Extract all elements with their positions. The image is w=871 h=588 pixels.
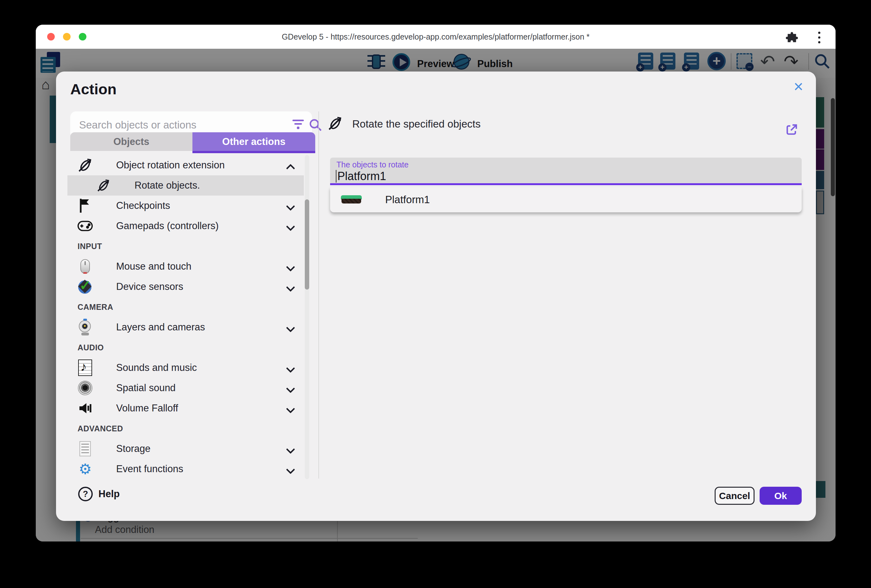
desktop-background: GDevelop 5 - https://resources.gdevelop-… — [0, 0, 871, 588]
actions-list: Object rotation extension Rotate objects… — [67, 155, 304, 479]
chevron-down-icon[interactable] — [286, 364, 295, 373]
browser-menu-icon[interactable] — [817, 30, 821, 44]
rotation-icon — [77, 157, 93, 174]
list-scrollbar-thumb[interactable] — [305, 199, 309, 290]
section-header-input: INPUT — [67, 236, 304, 256]
panel-divider — [319, 111, 319, 479]
chevron-down-icon[interactable] — [286, 404, 295, 413]
objects-to-rotate-field[interactable]: The objects to rotate Platform1 — [330, 158, 802, 185]
filter-icon[interactable] — [292, 120, 304, 131]
rotation-icon — [95, 177, 112, 194]
field-label: The objects to rotate — [337, 160, 409, 169]
action-header-label: Rotate the specified objects — [352, 118, 480, 130]
ok-button[interactable]: Ok — [760, 487, 802, 505]
list-item-checkpoints[interactable]: Checkpoints — [67, 196, 304, 216]
gamepad-icon — [77, 218, 93, 234]
chevron-down-icon[interactable] — [286, 445, 295, 454]
mouse-icon — [77, 258, 93, 275]
speaker-icon — [77, 380, 93, 396]
list-item-rotate-objects[interactable]: Rotate objects. — [67, 175, 304, 196]
list-item-object-rotation[interactable]: Object rotation extension — [67, 155, 304, 175]
list-item-spatial-sound[interactable]: Spatial sound — [67, 378, 304, 398]
section-header-camera: CAMERA — [67, 297, 304, 317]
webcam-icon — [77, 319, 93, 335]
selected-tab-underline — [192, 151, 315, 153]
gear-icon: ⚙ — [77, 461, 93, 477]
list-item-sounds-music[interactable]: ♪ Sounds and music — [67, 358, 304, 378]
sensors-icon: ✓ — [77, 278, 93, 295]
list-item-event-functions[interactable]: ⚙ Event functions — [67, 459, 304, 479]
external-link-icon[interactable] — [784, 122, 799, 137]
action-header: Rotate the specified objects — [328, 116, 480, 132]
browser-window: GDevelop 5 - https://resources.gdevelop-… — [36, 25, 835, 542]
close-dialog-icon[interactable]: × — [789, 77, 808, 96]
help-icon: ? — [78, 487, 93, 501]
list-item-storage[interactable]: Storage — [67, 438, 304, 459]
action-dialog: Action × Objects Other actions — [56, 72, 816, 521]
cancel-button[interactable]: Cancel — [715, 487, 754, 505]
chevron-down-icon[interactable] — [286, 283, 295, 292]
browser-titlebar: GDevelop 5 - https://resources.gdevelop-… — [36, 25, 835, 49]
flag-icon — [77, 197, 93, 214]
rotation-icon — [328, 116, 343, 132]
suggestion-label: Platform1 — [385, 194, 430, 206]
field-value[interactable]: Platform1 — [336, 170, 386, 183]
music-note-icon: ♪ — [77, 359, 93, 376]
extensions-icon[interactable] — [786, 30, 798, 43]
list-item-layers-cameras[interactable]: Layers and cameras — [67, 317, 304, 337]
dialog-title: Action — [70, 80, 117, 98]
category-tabs: Objects Other actions — [70, 132, 315, 153]
tab-objects[interactable]: Objects — [70, 132, 192, 151]
list-item-mouse-touch[interactable]: Mouse and touch — [67, 256, 304, 277]
chevron-up-icon[interactable] — [286, 164, 295, 173]
section-header-advanced: ADVANCED — [67, 418, 304, 438]
chevron-down-icon[interactable] — [286, 263, 295, 272]
chevron-down-icon[interactable] — [286, 465, 295, 474]
text-caret — [336, 170, 337, 183]
volume-icon — [77, 400, 93, 416]
list-item-volume-falloff[interactable]: Volume Falloff — [67, 398, 304, 418]
help-button[interactable]: ? Help — [78, 487, 120, 501]
window-controls — [47, 33, 87, 40]
storage-document-icon — [77, 440, 93, 457]
list-item-gamepads[interactable]: Gamepads (controllers) — [67, 216, 304, 236]
chevron-down-icon[interactable] — [286, 222, 295, 231]
list-item-device-sensors[interactable]: ✓ Device sensors — [67, 277, 304, 297]
minimize-window-button[interactable] — [63, 33, 70, 40]
platform-thumbnail — [341, 195, 362, 204]
tab-other-actions[interactable]: Other actions — [192, 132, 315, 151]
object-suggestion-row[interactable]: Platform1 — [330, 187, 802, 212]
chevron-down-icon[interactable] — [286, 202, 295, 211]
section-header-audio: AUDIO — [67, 337, 304, 358]
search-icon[interactable] — [308, 118, 323, 133]
chevron-down-icon[interactable] — [286, 384, 295, 393]
window-title: GDevelop 5 - https://resources.gdevelop-… — [36, 32, 835, 42]
maximize-window-button[interactable] — [79, 33, 87, 40]
chevron-down-icon[interactable] — [286, 323, 295, 332]
close-window-button[interactable] — [47, 33, 55, 40]
